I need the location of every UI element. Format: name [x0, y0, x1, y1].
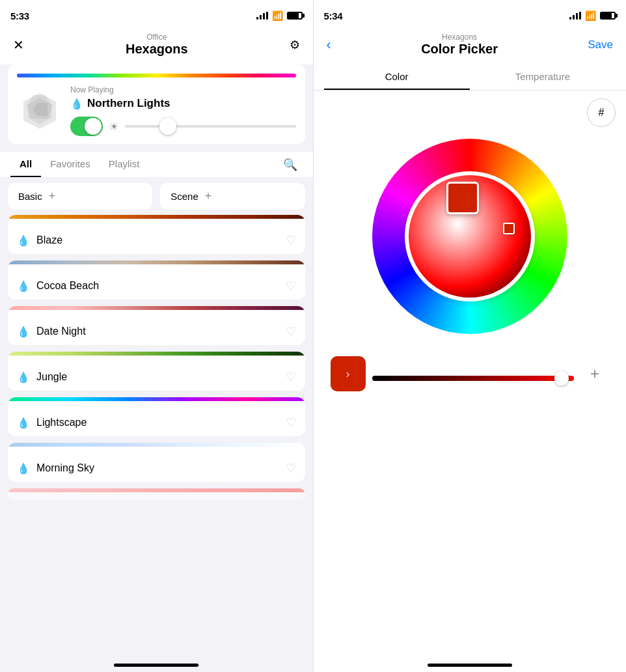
- scene-name-row: 💧 Morning Sky ♡: [8, 455, 305, 482]
- home-bar: [428, 664, 512, 667]
- left-time: 5:33: [10, 10, 29, 21]
- right-title-group: Hexagons Color Picker: [421, 33, 498, 57]
- right-title: Color Picker: [421, 42, 498, 57]
- spacer: [314, 400, 627, 650]
- color-wheel-selector: [446, 182, 479, 214]
- close-button[interactable]: ✕: [10, 35, 27, 55]
- blaze-color-bar: [8, 215, 305, 219]
- tab-temperature[interactable]: Temperature: [470, 64, 616, 90]
- datenight-color-bar: [8, 306, 305, 310]
- scene-plus-icon: +: [205, 189, 212, 203]
- now-playing-name: Northern Lights: [87, 97, 170, 110]
- back-button[interactable]: ‹: [324, 34, 334, 56]
- tabs-row: All Favorites Playlist 🔍: [0, 152, 313, 177]
- scene-name: Blaze: [36, 234, 62, 246]
- wifi-icon: 📶: [272, 10, 283, 21]
- add-swatch-button[interactable]: +: [580, 359, 609, 388]
- right-header: ‹ Hexagons Color Picker Save: [314, 29, 627, 64]
- scene-name: Lightscape: [36, 417, 87, 428]
- hex-button-row: #: [314, 98, 627, 132]
- tab-playlist[interactable]: Playlist: [100, 152, 149, 177]
- basic-plus-icon: +: [49, 189, 56, 203]
- tab-color[interactable]: Color: [324, 64, 470, 90]
- now-playing-card: Now Playing 💧 Northern Lights ☀: [8, 64, 305, 144]
- right-subtitle: Hexagons: [442, 33, 477, 42]
- add-basic-button[interactable]: Basic +: [8, 183, 152, 210]
- save-button[interactable]: Save: [585, 36, 616, 54]
- favorite-button[interactable]: ♡: [286, 233, 296, 247]
- right-time: 5:34: [324, 10, 343, 21]
- favorite-button[interactable]: ♡: [286, 461, 296, 475]
- wifi-icon: 📶: [585, 10, 596, 21]
- favorite-button[interactable]: ♡: [286, 415, 296, 430]
- drop-icon: 💧: [17, 280, 30, 292]
- red-slider[interactable]: [372, 376, 575, 381]
- power-toggle[interactable]: [70, 117, 103, 136]
- list-item[interactable]: 💧 Morning Sky ♡: [8, 443, 305, 482]
- right-home-indicator: [314, 650, 627, 672]
- add-buttons-row: Basic + Scene +: [0, 178, 313, 215]
- drop-icon: 💧: [17, 234, 30, 247]
- search-button[interactable]: 🔍: [278, 152, 303, 177]
- scene-name-row: 💧 Cocoa Beach ♡: [8, 272, 305, 300]
- favorite-button[interactable]: ♡: [286, 279, 296, 293]
- now-playing-label: Now Playing: [70, 85, 296, 94]
- now-playing-info: Now Playing 💧 Northern Lights ☀: [70, 85, 296, 136]
- now-playing-color-bar: [17, 74, 296, 77]
- add-scene-label: Scene: [170, 191, 198, 202]
- swatch-item[interactable]: ›: [331, 356, 366, 391]
- list-item[interactable]: 💧 Blaze ♡: [8, 215, 305, 254]
- left-title: Hexagons: [126, 42, 188, 57]
- scene-name-row: 💧 Jungle ♡: [8, 363, 305, 391]
- left-status-bar: 5:33 📶: [0, 0, 313, 29]
- scene-name: Cocoa Beach: [36, 280, 99, 292]
- drop-icon: 💧: [70, 98, 83, 110]
- toggle-knob: [85, 118, 102, 135]
- sun-icon: ☀: [109, 120, 118, 133]
- drop-icon: 💧: [17, 417, 30, 429]
- swatches-section: › +: [321, 347, 619, 400]
- scene-name: Jungle: [36, 371, 67, 383]
- scene-name-row: 💧 Blaze ♡: [8, 227, 305, 254]
- signal-icon: [256, 12, 268, 20]
- hex-symbol: #: [599, 107, 605, 119]
- tab-all[interactable]: All: [10, 152, 41, 177]
- list-item[interactable]: 💧 Date Night ♡: [8, 306, 305, 345]
- last-color-bar: [8, 488, 305, 492]
- left-header: ✕ Office Hexagons ⚙: [0, 29, 313, 64]
- favorite-button[interactable]: ♡: [286, 370, 296, 384]
- signal-icon: [569, 12, 581, 20]
- right-status-bar: 5:34 📶: [314, 0, 627, 29]
- left-panel: 5:33 📶 ✕ Office Hexagons ⚙: [0, 0, 313, 672]
- swatches-row: › +: [331, 356, 610, 391]
- add-scene-button[interactable]: Scene +: [160, 183, 305, 210]
- scene-name: Morning Sky: [36, 462, 94, 474]
- hexagon-art: [17, 88, 62, 133]
- right-panel: 5:34 📶 ‹ Hexagons Color Picker Save Colo…: [314, 0, 627, 672]
- morningsky-color-bar: [8, 443, 305, 447]
- color-tabs: Color Temperature: [314, 64, 627, 91]
- scene-name: Date Night: [36, 326, 86, 337]
- brightness-thumb: [159, 118, 176, 135]
- brightness-slider[interactable]: [125, 125, 296, 128]
- now-playing-content: Now Playing 💧 Northern Lights ☀: [17, 85, 296, 136]
- home-bar: [114, 664, 198, 667]
- tab-favorites[interactable]: Favorites: [41, 152, 100, 177]
- list-item[interactable]: [8, 488, 305, 500]
- hex-input-button[interactable]: #: [587, 98, 616, 127]
- list-item[interactable]: 💧 Cocoa Beach ♡: [8, 260, 305, 300]
- list-item[interactable]: 💧 Jungle ♡: [8, 352, 305, 391]
- drop-icon: 💧: [17, 326, 30, 338]
- lightscape-color-bar: [8, 397, 305, 401]
- battery-icon: [600, 12, 616, 20]
- favorite-button[interactable]: ♡: [286, 324, 296, 339]
- color-wheel[interactable]: [372, 139, 567, 334]
- settings-button[interactable]: ⚙: [287, 35, 303, 55]
- drop-icon: 💧: [17, 462, 30, 475]
- list-item[interactable]: 💧 Lightscape ♡: [8, 397, 305, 436]
- red-slider-thumb: [554, 371, 569, 385]
- right-status-icons: 📶: [569, 10, 616, 21]
- left-status-icons: 📶: [256, 10, 303, 21]
- brightness-row: ☀: [70, 117, 296, 136]
- add-basic-label: Basic: [18, 191, 42, 202]
